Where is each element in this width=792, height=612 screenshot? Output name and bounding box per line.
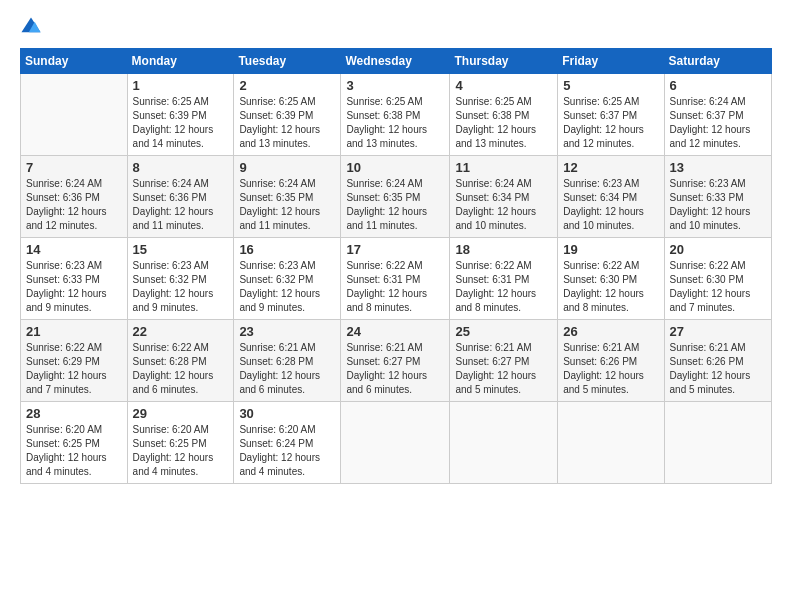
- table-row: 12Sunrise: 6:23 AM Sunset: 6:34 PM Dayli…: [558, 156, 664, 238]
- day-number: 25: [455, 324, 552, 339]
- table-row: 16Sunrise: 6:23 AM Sunset: 6:32 PM Dayli…: [234, 238, 341, 320]
- table-row: [341, 402, 450, 484]
- day-number: 16: [239, 242, 335, 257]
- table-row: 15Sunrise: 6:23 AM Sunset: 6:32 PM Dayli…: [127, 238, 234, 320]
- table-row: 22Sunrise: 6:22 AM Sunset: 6:28 PM Dayli…: [127, 320, 234, 402]
- day-number: 26: [563, 324, 658, 339]
- day-number: 2: [239, 78, 335, 93]
- day-number: 22: [133, 324, 229, 339]
- table-row: 9Sunrise: 6:24 AM Sunset: 6:35 PM Daylig…: [234, 156, 341, 238]
- day-number: 24: [346, 324, 444, 339]
- col-monday: Monday: [127, 49, 234, 74]
- day-info: Sunrise: 6:25 AM Sunset: 6:38 PM Dayligh…: [455, 95, 552, 151]
- table-row: 7Sunrise: 6:24 AM Sunset: 6:36 PM Daylig…: [21, 156, 128, 238]
- day-number: 30: [239, 406, 335, 421]
- day-info: Sunrise: 6:25 AM Sunset: 6:39 PM Dayligh…: [239, 95, 335, 151]
- logo: [20, 16, 46, 38]
- day-info: Sunrise: 6:22 AM Sunset: 6:30 PM Dayligh…: [563, 259, 658, 315]
- table-row: 17Sunrise: 6:22 AM Sunset: 6:31 PM Dayli…: [341, 238, 450, 320]
- day-info: Sunrise: 6:23 AM Sunset: 6:33 PM Dayligh…: [26, 259, 122, 315]
- day-info: Sunrise: 6:23 AM Sunset: 6:32 PM Dayligh…: [133, 259, 229, 315]
- table-row: 13Sunrise: 6:23 AM Sunset: 6:33 PM Dayli…: [664, 156, 771, 238]
- day-info: Sunrise: 6:20 AM Sunset: 6:25 PM Dayligh…: [133, 423, 229, 479]
- day-info: Sunrise: 6:25 AM Sunset: 6:39 PM Dayligh…: [133, 95, 229, 151]
- table-row: 4Sunrise: 6:25 AM Sunset: 6:38 PM Daylig…: [450, 74, 558, 156]
- day-info: Sunrise: 6:24 AM Sunset: 6:35 PM Dayligh…: [346, 177, 444, 233]
- day-number: 27: [670, 324, 766, 339]
- calendar: Sunday Monday Tuesday Wednesday Thursday…: [20, 48, 772, 484]
- day-info: Sunrise: 6:21 AM Sunset: 6:28 PM Dayligh…: [239, 341, 335, 397]
- day-info: Sunrise: 6:24 AM Sunset: 6:34 PM Dayligh…: [455, 177, 552, 233]
- day-number: 15: [133, 242, 229, 257]
- day-number: 11: [455, 160, 552, 175]
- table-row: 14Sunrise: 6:23 AM Sunset: 6:33 PM Dayli…: [21, 238, 128, 320]
- col-thursday: Thursday: [450, 49, 558, 74]
- day-info: Sunrise: 6:22 AM Sunset: 6:30 PM Dayligh…: [670, 259, 766, 315]
- day-info: Sunrise: 6:20 AM Sunset: 6:24 PM Dayligh…: [239, 423, 335, 479]
- day-number: 17: [346, 242, 444, 257]
- table-row: 30Sunrise: 6:20 AM Sunset: 6:24 PM Dayli…: [234, 402, 341, 484]
- day-number: 12: [563, 160, 658, 175]
- table-row: 23Sunrise: 6:21 AM Sunset: 6:28 PM Dayli…: [234, 320, 341, 402]
- table-row: 24Sunrise: 6:21 AM Sunset: 6:27 PM Dayli…: [341, 320, 450, 402]
- table-row: 6Sunrise: 6:24 AM Sunset: 6:37 PM Daylig…: [664, 74, 771, 156]
- day-info: Sunrise: 6:22 AM Sunset: 6:31 PM Dayligh…: [346, 259, 444, 315]
- table-row: 18Sunrise: 6:22 AM Sunset: 6:31 PM Dayli…: [450, 238, 558, 320]
- calendar-week-row: 21Sunrise: 6:22 AM Sunset: 6:29 PM Dayli…: [21, 320, 772, 402]
- day-number: 5: [563, 78, 658, 93]
- day-info: Sunrise: 6:23 AM Sunset: 6:34 PM Dayligh…: [563, 177, 658, 233]
- table-row: 10Sunrise: 6:24 AM Sunset: 6:35 PM Dayli…: [341, 156, 450, 238]
- day-number: 4: [455, 78, 552, 93]
- table-row: [558, 402, 664, 484]
- day-info: Sunrise: 6:22 AM Sunset: 6:31 PM Dayligh…: [455, 259, 552, 315]
- day-number: 23: [239, 324, 335, 339]
- table-row: [664, 402, 771, 484]
- day-info: Sunrise: 6:23 AM Sunset: 6:32 PM Dayligh…: [239, 259, 335, 315]
- table-row: 26Sunrise: 6:21 AM Sunset: 6:26 PM Dayli…: [558, 320, 664, 402]
- day-number: 20: [670, 242, 766, 257]
- day-info: Sunrise: 6:22 AM Sunset: 6:28 PM Dayligh…: [133, 341, 229, 397]
- calendar-week-row: 14Sunrise: 6:23 AM Sunset: 6:33 PM Dayli…: [21, 238, 772, 320]
- table-row: [21, 74, 128, 156]
- table-row: 29Sunrise: 6:20 AM Sunset: 6:25 PM Dayli…: [127, 402, 234, 484]
- table-row: 3Sunrise: 6:25 AM Sunset: 6:38 PM Daylig…: [341, 74, 450, 156]
- col-saturday: Saturday: [664, 49, 771, 74]
- day-info: Sunrise: 6:21 AM Sunset: 6:26 PM Dayligh…: [670, 341, 766, 397]
- day-info: Sunrise: 6:22 AM Sunset: 6:29 PM Dayligh…: [26, 341, 122, 397]
- calendar-week-row: 28Sunrise: 6:20 AM Sunset: 6:25 PM Dayli…: [21, 402, 772, 484]
- header: [20, 16, 772, 38]
- day-number: 9: [239, 160, 335, 175]
- table-row: [450, 402, 558, 484]
- calendar-week-row: 7Sunrise: 6:24 AM Sunset: 6:36 PM Daylig…: [21, 156, 772, 238]
- day-number: 8: [133, 160, 229, 175]
- day-number: 1: [133, 78, 229, 93]
- col-wednesday: Wednesday: [341, 49, 450, 74]
- day-number: 29: [133, 406, 229, 421]
- table-row: 25Sunrise: 6:21 AM Sunset: 6:27 PM Dayli…: [450, 320, 558, 402]
- table-row: 19Sunrise: 6:22 AM Sunset: 6:30 PM Dayli…: [558, 238, 664, 320]
- table-row: 11Sunrise: 6:24 AM Sunset: 6:34 PM Dayli…: [450, 156, 558, 238]
- day-info: Sunrise: 6:20 AM Sunset: 6:25 PM Dayligh…: [26, 423, 122, 479]
- day-number: 18: [455, 242, 552, 257]
- table-row: 27Sunrise: 6:21 AM Sunset: 6:26 PM Dayli…: [664, 320, 771, 402]
- table-row: 5Sunrise: 6:25 AM Sunset: 6:37 PM Daylig…: [558, 74, 664, 156]
- page: Sunday Monday Tuesday Wednesday Thursday…: [0, 0, 792, 612]
- calendar-header-row: Sunday Monday Tuesday Wednesday Thursday…: [21, 49, 772, 74]
- day-number: 28: [26, 406, 122, 421]
- table-row: 8Sunrise: 6:24 AM Sunset: 6:36 PM Daylig…: [127, 156, 234, 238]
- day-number: 10: [346, 160, 444, 175]
- day-info: Sunrise: 6:23 AM Sunset: 6:33 PM Dayligh…: [670, 177, 766, 233]
- day-info: Sunrise: 6:24 AM Sunset: 6:36 PM Dayligh…: [26, 177, 122, 233]
- col-sunday: Sunday: [21, 49, 128, 74]
- table-row: 20Sunrise: 6:22 AM Sunset: 6:30 PM Dayli…: [664, 238, 771, 320]
- logo-icon: [20, 16, 42, 38]
- day-number: 3: [346, 78, 444, 93]
- table-row: 2Sunrise: 6:25 AM Sunset: 6:39 PM Daylig…: [234, 74, 341, 156]
- day-number: 14: [26, 242, 122, 257]
- day-number: 7: [26, 160, 122, 175]
- day-info: Sunrise: 6:24 AM Sunset: 6:37 PM Dayligh…: [670, 95, 766, 151]
- col-tuesday: Tuesday: [234, 49, 341, 74]
- day-number: 6: [670, 78, 766, 93]
- table-row: 1Sunrise: 6:25 AM Sunset: 6:39 PM Daylig…: [127, 74, 234, 156]
- table-row: 21Sunrise: 6:22 AM Sunset: 6:29 PM Dayli…: [21, 320, 128, 402]
